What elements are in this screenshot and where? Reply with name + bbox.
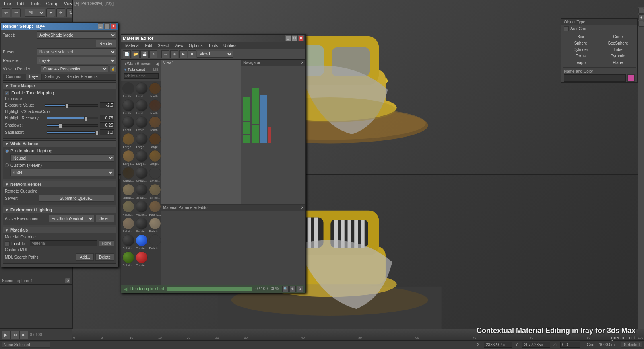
me-menu-edit[interactable]: Edit (143, 43, 155, 48)
tab-render-elements[interactable]: Render Elements (63, 74, 101, 80)
toolbar-select[interactable]: ✦ (46, 8, 55, 17)
add-mdl-btn[interactable]: Add... (76, 253, 94, 261)
renderer-dropdown[interactable]: Iray + (37, 57, 116, 64)
mat-item-24[interactable]: Fabric... (122, 217, 135, 234)
op-plane[interactable]: Plane (600, 60, 637, 66)
kelvin-dropdown[interactable]: 6504 (10, 169, 114, 176)
mat-item-26[interactable]: Fabric... (149, 217, 161, 234)
enable-material-checkbox[interactable] (5, 241, 10, 246)
me-view-dropdown[interactable]: View1 (197, 51, 233, 58)
mat-item-31[interactable]: Fabric... (135, 251, 148, 267)
me-menu-utilities[interactable]: Utilities (221, 43, 239, 48)
mat-item-21[interactable]: Fabric... (122, 200, 135, 217)
mat-item-16[interactable]: Small... (135, 166, 148, 183)
me-bottom-btn-2[interactable]: 👁 (289, 286, 296, 292)
color-swatch[interactable] (627, 74, 635, 82)
enable-tone-mapping-checkbox[interactable] (5, 90, 10, 95)
exposure-value[interactable]: -2.5 (100, 102, 114, 108)
mat-item-28[interactable]: Fabric... (135, 234, 148, 250)
me-new-btn[interactable]: 📄 (123, 50, 131, 58)
toolbar-undo[interactable]: ↩ (2, 8, 10, 17)
mat-item-4[interactable]: Leath... (135, 99, 148, 115)
tab-settings[interactable]: Settings (42, 74, 63, 80)
saturation-slider[interactable] (47, 131, 98, 134)
menu-group[interactable]: Group (43, 1, 61, 6)
mat-item-9[interactable]: Large... (122, 133, 135, 149)
mat-item-5[interactable]: Leath... (149, 99, 161, 115)
mat-item-15[interactable]: Small... (122, 166, 135, 183)
mat-item-25[interactable]: Fabric... (135, 217, 148, 234)
me-menu-tools[interactable]: Tools (206, 43, 220, 48)
me-menu-view[interactable]: View (172, 43, 186, 48)
se-settings-btn[interactable]: ⚙ (65, 278, 70, 283)
neutral-dropdown[interactable]: Neutral (10, 154, 114, 162)
mat-item-12[interactable]: Large... (122, 150, 135, 166)
me-search-input[interactable] (124, 73, 159, 79)
preset-dropdown[interactable]: No preset selected (37, 48, 116, 55)
browser-options-icon[interactable]: ◀ (155, 62, 159, 66)
rt-btn-2[interactable]: ◈ (638, 14, 644, 20)
selection-filter-dropdown[interactable]: All (25, 9, 45, 17)
me-bottom-btn-1[interactable]: 🔍 (282, 286, 289, 292)
mat-item-13[interactable]: Large... (135, 150, 148, 166)
view-dropdown[interactable]: Quad 4 - Perspective (41, 65, 108, 72)
render-setup-titlebar[interactable]: Render Setup: Iray+ _ □ ✕ (1, 23, 118, 30)
exposure-slider[interactable] (45, 104, 98, 107)
render-button[interactable]: Render (96, 40, 116, 47)
tab-common[interactable]: Common (3, 74, 26, 80)
toolbar-move[interactable]: ✛ (56, 8, 65, 17)
mat-item-11[interactable]: Large... (149, 133, 161, 149)
op-cylinder[interactable]: Cylinder (562, 47, 599, 53)
me-assign-btn[interactable]: → (161, 50, 169, 58)
mat-item-17[interactable]: Small... (149, 166, 161, 183)
me-menu-select[interactable]: Select (155, 43, 171, 48)
saturation-value[interactable]: 1.0 (100, 129, 114, 135)
timeline-next-btn[interactable]: ⏭ (19, 331, 28, 339)
mat-item-30[interactable]: Fabric... (122, 251, 135, 267)
object-name-input[interactable] (564, 74, 626, 82)
mat-item-19[interactable]: Small... (135, 183, 148, 200)
menu-file[interactable]: File (2, 1, 14, 6)
env-lighting-header[interactable]: ▼ Environment Lighting (3, 207, 116, 213)
white-balance-header[interactable]: ▼ White Balance (3, 141, 116, 147)
mat-item-1[interactable]: Leath... (135, 82, 148, 99)
target-dropdown[interactable]: ActiveShade Mode (37, 31, 116, 39)
mat-item-27[interactable]: Fabric... (122, 234, 135, 250)
active-env-dropdown[interactable]: EnvStudioNeutral (49, 215, 94, 222)
me-maximize-btn[interactable]: □ (292, 35, 297, 41)
mat-item-8[interactable]: Leath... (149, 116, 161, 132)
maximize-btn[interactable]: □ (104, 23, 110, 29)
mat-item-23[interactable]: Fabric... (149, 200, 161, 217)
me-menu-material[interactable]: Material (123, 43, 142, 48)
op-pyramid[interactable]: Pyramid (600, 53, 637, 59)
materials-header[interactable]: ▼ Materials (3, 227, 116, 233)
op-tube[interactable]: Tube (600, 47, 637, 53)
material-editor-titlebar[interactable]: Material Editor _ □ ✕ (121, 35, 305, 42)
custom-kelvin-radio[interactable] (5, 163, 9, 167)
select-env-btn[interactable]: Select (96, 215, 114, 222)
me-open-btn[interactable]: 📂 (132, 50, 140, 58)
network-render-header[interactable]: ▼ Network Render (3, 181, 116, 187)
me-render-btn[interactable]: ▶ (179, 50, 187, 58)
me-menu-options[interactable]: Options (186, 43, 205, 48)
highlight-recovery-slider[interactable] (47, 117, 98, 119)
mat-item-20[interactable]: Small... (149, 183, 161, 200)
tone-mapper-header[interactable]: ▼ Tone Mapper (3, 83, 116, 89)
rt-btn-1[interactable]: ⊞ (638, 8, 644, 14)
mat-item-0[interactable]: Leath... (122, 82, 135, 99)
op-box[interactable]: Box (562, 34, 599, 40)
tab-iray[interactable]: Iray+ (26, 74, 42, 80)
view-lock-btn[interactable]: 🔒 (110, 66, 116, 72)
param-editor-close-icon[interactable]: ✕ (301, 205, 304, 210)
timeline-prev-btn[interactable]: ⏮ (10, 331, 19, 339)
mat-item-29[interactable]: Fabric... (149, 234, 161, 250)
me-delete-btn[interactable]: ✕ (149, 50, 157, 58)
shadows-value[interactable]: 0.25 (100, 122, 114, 128)
me-save-btn[interactable]: 💾 (140, 50, 149, 58)
me-close-btn[interactable]: ✕ (298, 35, 304, 41)
mat-item-2[interactable]: Leath... (149, 82, 161, 99)
mat-item-3[interactable]: Leath... (122, 99, 135, 115)
me-stop-btn[interactable]: ■ (188, 50, 196, 58)
mat-item-14[interactable]: Large... (149, 150, 161, 166)
menu-edit[interactable]: Edit (14, 1, 27, 6)
